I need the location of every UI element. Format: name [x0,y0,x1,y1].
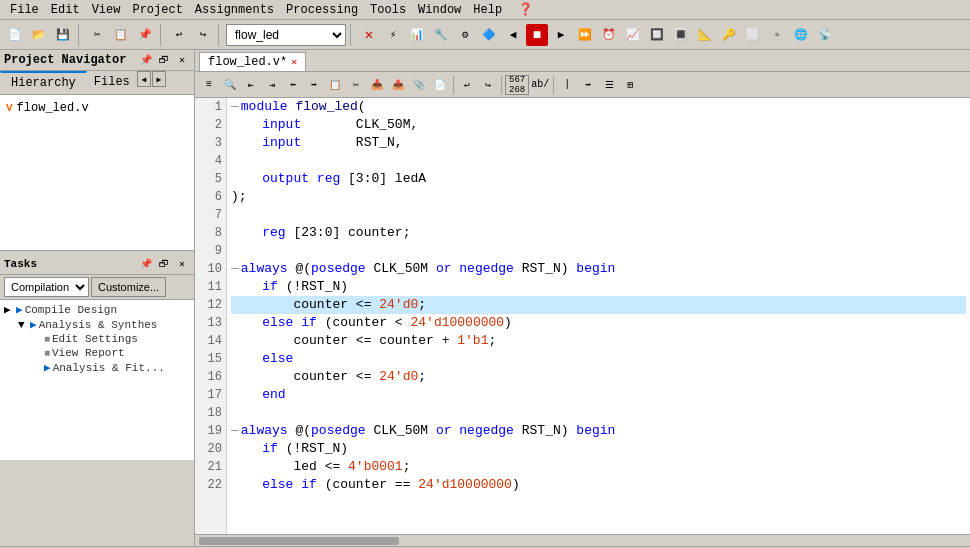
menu-window[interactable]: Window [412,1,467,19]
tb-btn19[interactable]: 📡 [814,24,836,46]
editor-tab-flowled[interactable]: flow_led.v* ✕ [199,52,306,71]
menu-assignments[interactable]: Assignments [189,1,280,19]
ed-btn18[interactable]: ➡ [578,75,598,95]
menu-processing[interactable]: Processing [280,1,364,19]
ed-btn7[interactable]: 📋 [325,75,345,95]
ed-btn3[interactable]: ⇤ [241,75,261,95]
h-scroll-thumb[interactable] [199,537,399,545]
ed-btn6[interactable]: ➡ [304,75,324,95]
save-btn[interactable]: 💾 [52,24,74,46]
ed-btn2[interactable]: 🔍 [220,75,240,95]
code-line-8: reg [23:0] counter; [231,224,966,242]
ed-btn11[interactable]: 📎 [409,75,429,95]
tb-btn15[interactable]: 🔑 [718,24,740,46]
code-line-12: counter <= 24'd0; [231,296,966,314]
task-item-view-report[interactable]: ■ View Report [30,346,192,360]
open-btn[interactable]: 📂 [28,24,50,46]
ed-btn5[interactable]: ⬅ [283,75,303,95]
minus-10[interactable]: — [231,260,239,278]
nav-left[interactable]: ◀ [137,71,151,87]
tab-files[interactable]: Files [87,71,137,94]
ed-btn20[interactable]: ⊞ [620,75,640,95]
code-line-11: if (!RST_N) [231,278,966,296]
project-dropdown[interactable]: flow_led [226,24,346,46]
tb-btn13[interactable]: 🔳 [670,24,692,46]
code-content[interactable]: — module flow_led( input CLK_50M, input … [227,98,970,534]
ln15: 15 [195,350,226,368]
expand-analysis-icon: ▼ [18,319,28,331]
task-restore-icon[interactable]: 🗗 [156,256,172,272]
new-btn[interactable]: 📄 [4,24,26,46]
undo-btn[interactable]: ↩ [168,24,190,46]
tb-btn8[interactable]: ▶ [550,24,572,46]
nav-arrows: ◀ ▶ [137,71,166,94]
menu-help[interactable]: Help [467,1,508,19]
analysis-fit-label: Analysis & Fit... [53,362,165,374]
code-line-10: — always @(posedge CLK_50M or negedge RS… [231,260,966,278]
tb-btn12[interactable]: 🔲 [646,24,668,46]
task-item-analysis[interactable]: ▼ ▶ Analysis & Synthes [16,317,192,332]
ed-btn10[interactable]: 📤 [388,75,408,95]
ed-btn13[interactable]: ↩ [457,75,477,95]
ed-btn19[interactable]: ☰ [599,75,619,95]
menu-file[interactable]: File [4,1,45,19]
tab-hierarchy[interactable]: Hierarchy [0,71,87,94]
ed-btn15[interactable]: 567268 [505,75,529,95]
copy-btn[interactable]: 📋 [110,24,132,46]
tb-btn2[interactable]: ⚡ [382,24,404,46]
tb-btn5[interactable]: ⚙ [454,24,476,46]
tab-close-icon[interactable]: ✕ [291,56,297,68]
task-item-analysis-fit[interactable]: ▶ Analysis & Fit... [30,360,192,375]
task-toolbar: Compilation Customize... [0,275,194,300]
task-close-icon[interactable]: ✕ [174,256,190,272]
tb-btn14[interactable]: 📐 [694,24,716,46]
file-item[interactable]: V flow_led.v [4,99,190,117]
restore-icon[interactable]: 🗗 [156,52,172,68]
nav-right[interactable]: ▶ [152,71,166,87]
menu-project[interactable]: Project [126,1,188,19]
tb-btn9[interactable]: ⏩ [574,24,596,46]
tb-btn16[interactable]: ⬜ [742,24,764,46]
tb-btn17[interactable]: ▫ [766,24,788,46]
minus-1[interactable]: — [231,98,239,116]
ed-btn12[interactable]: 📄 [430,75,450,95]
ln5: 5 [195,170,226,188]
menu-tools[interactable]: Tools [364,1,412,19]
tb-btn18[interactable]: 🌐 [790,24,812,46]
h-scrollbar[interactable] [195,534,970,546]
tb-btn7[interactable]: ◀ [502,24,524,46]
pin-icon[interactable]: 📌 [138,52,154,68]
paste-btn[interactable]: 📌 [134,24,156,46]
minus-19[interactable]: — [231,422,239,440]
code-line-13: else if (counter < 24'd10000000) [231,314,966,332]
task-dropdown[interactable]: Compilation [4,277,89,297]
cut-btn[interactable]: ✂ [86,24,108,46]
task-item-edit-settings[interactable]: ■ Edit Settings [30,332,192,346]
tb-btn1[interactable]: ✕ [358,24,380,46]
tb-btn6[interactable]: 🔷 [478,24,500,46]
task-pin-icon[interactable]: 📌 [138,256,154,272]
tb-btn11[interactable]: 📈 [622,24,644,46]
code-line-22: else if (counter == 24'd10000000) [231,476,966,494]
tb-btn10[interactable]: ⏰ [598,24,620,46]
ed-btn17[interactable]: | [557,75,577,95]
ed-btn8[interactable]: ✂ [346,75,366,95]
menu-view[interactable]: View [86,1,127,19]
ed-btn4[interactable]: ⇥ [262,75,282,95]
close-icon[interactable]: ✕ [174,52,190,68]
code-line-17: end [231,386,966,404]
stop-btn[interactable]: ■ [526,24,548,46]
tb-btn4[interactable]: 🔧 [430,24,452,46]
ed-btn16[interactable]: ab/ [530,75,550,95]
customize-btn[interactable]: Customize... [91,277,166,297]
redo-btn[interactable]: ↪ [192,24,214,46]
tb-btn3[interactable]: 📊 [406,24,428,46]
panel-icons: 📌 🗗 ✕ [138,52,190,68]
code-line-18 [231,404,966,422]
menu-edit[interactable]: Edit [45,1,86,19]
ed-btn9[interactable]: 📥 [367,75,387,95]
ed-btn1[interactable]: ≡ [199,75,219,95]
ed-btn14[interactable]: ↪ [478,75,498,95]
task-item-compile[interactable]: ▶ ▶ Compile Design [2,302,192,317]
code-line-9 [231,242,966,260]
